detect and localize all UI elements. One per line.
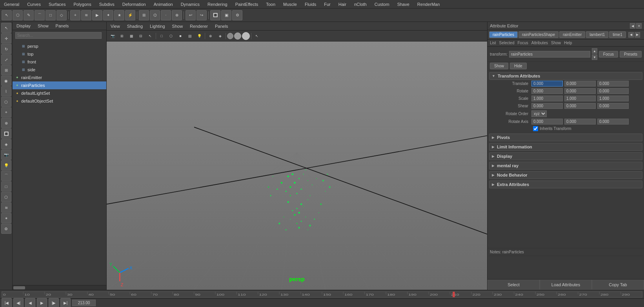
universal-manip-btn[interactable]: ⊞ bbox=[1, 65, 11, 75]
menu-muscle[interactable]: Muscle bbox=[279, 1, 301, 7]
tab-rainparticles[interactable]: rainParticles bbox=[489, 31, 518, 38]
tab-rainparticlesshape[interactable]: rainParticlesShape bbox=[518, 31, 558, 38]
select-button[interactable]: Select bbox=[488, 280, 540, 290]
menu-shave[interactable]: Shave bbox=[393, 1, 413, 7]
rotate-order-select[interactable]: xyz yzx zxy xzy bbox=[531, 110, 547, 117]
vp-cursor-btn[interactable]: ↖ bbox=[253, 32, 261, 40]
current-frame-input[interactable] bbox=[72, 300, 96, 306]
ipr-btn[interactable]: ▣ bbox=[221, 10, 231, 20]
hide-button[interactable]: Hide bbox=[510, 63, 527, 69]
rotate-x-input[interactable] bbox=[531, 88, 563, 94]
timeline-ruler[interactable]: 0 10 20 30 40 50 60 70 80 90 1 bbox=[2, 291, 642, 298]
menu-dynamics[interactable]: Dynamics bbox=[177, 1, 204, 7]
scale-btn[interactable]: ⤢ bbox=[1, 54, 11, 65]
vp-shading-btn[interactable]: □ bbox=[157, 32, 166, 40]
light-btn[interactable]: 💡 bbox=[1, 160, 11, 170]
render-current-btn[interactable]: 🔳 bbox=[210, 10, 220, 20]
menu-curves[interactable]: Curves bbox=[23, 1, 45, 7]
mentalray-header[interactable]: ▶ mental ray bbox=[489, 162, 642, 170]
select-btn[interactable]: ↖ bbox=[1, 23, 11, 33]
vp-tex-btn[interactable]: ▤ bbox=[186, 32, 194, 40]
presets-button[interactable]: Presets bbox=[620, 51, 642, 58]
outliner-menu-panels[interactable]: Panels bbox=[53, 23, 71, 29]
attr-close-btn[interactable]: ✕ bbox=[636, 23, 642, 29]
nodebehavior-header[interactable]: ▶ Node Behavior bbox=[489, 171, 642, 179]
vp-select-btn[interactable]: ↖ bbox=[146, 32, 155, 40]
poly-btn[interactable]: ◇ bbox=[56, 10, 67, 20]
focus-button[interactable]: Focus bbox=[599, 51, 618, 58]
vp-xray-btn[interactable]: ⊕ bbox=[206, 32, 215, 40]
extraattributes-header[interactable]: ▶ Extra Attributes bbox=[489, 181, 642, 188]
vp-menu-lighting[interactable]: Lighting bbox=[147, 23, 167, 29]
rotate-axis-z-input[interactable] bbox=[597, 119, 629, 125]
outliner-menu-display[interactable]: Display bbox=[14, 23, 33, 29]
tree-item-side[interactable]: ⊞ side bbox=[13, 66, 106, 74]
edit-snap-btn[interactable]: ⊕ bbox=[1, 118, 11, 128]
inherits-transform-checkbox[interactable] bbox=[533, 126, 538, 131]
polygon-btn[interactable]: ⬡ bbox=[1, 192, 11, 202]
anim-btn[interactable]: ▶ bbox=[92, 10, 102, 20]
menu-fur[interactable]: Fur bbox=[320, 1, 335, 7]
tabs-next-btn[interactable]: ▶ bbox=[635, 32, 640, 38]
menu-polygons[interactable]: Polygons bbox=[69, 1, 95, 7]
paint-select-btn[interactable]: ⬡ bbox=[1, 97, 11, 107]
rotate-axis-x-input[interactable] bbox=[531, 119, 563, 125]
tree-item-defaultobjectset[interactable]: ● defaultObjectSet bbox=[13, 97, 106, 105]
render-settings-btn[interactable]: ⚙ bbox=[232, 10, 242, 20]
menu-renderman[interactable]: RenderMan bbox=[413, 1, 444, 7]
outliner-scrollbar[interactable] bbox=[13, 285, 106, 290]
load-attributes-button[interactable]: Load Attributes bbox=[540, 280, 592, 290]
translate-x-input[interactable] bbox=[531, 81, 563, 87]
camera-btn[interactable]: 📷 bbox=[1, 150, 11, 160]
scale-z-input[interactable] bbox=[597, 96, 629, 101]
render-btn[interactable]: ✦ bbox=[103, 10, 113, 20]
vp-sphere3-btn[interactable] bbox=[242, 32, 250, 40]
tab-rainemitter[interactable]: rainEmitter bbox=[559, 31, 585, 38]
tree-item-rainparticles[interactable]: ✦ rainParticles bbox=[13, 81, 106, 89]
transform-value-input[interactable] bbox=[509, 51, 590, 58]
tree-item-defaultlightset[interactable]: ● defaultLightSet bbox=[13, 89, 106, 97]
snap-point-btn[interactable]: · bbox=[161, 10, 171, 20]
nav-selected[interactable]: Selected bbox=[499, 41, 515, 45]
skeleton-btn[interactable]: ✴ bbox=[1, 213, 11, 223]
vp-solid-btn[interactable]: ■ bbox=[176, 32, 185, 40]
menu-general[interactable]: General bbox=[0, 1, 23, 7]
rotate-y-input[interactable] bbox=[564, 88, 596, 94]
translate-z-input[interactable] bbox=[597, 81, 629, 87]
tab-lambert1[interactable]: lambert1 bbox=[586, 31, 608, 38]
lasso-select-btn[interactable]: ⌇ bbox=[1, 86, 11, 96]
vp-bar-btn[interactable]: ▦ bbox=[127, 32, 136, 40]
rotate-axis-y-input[interactable] bbox=[564, 119, 596, 125]
tree-item-rainemitter[interactable]: ✦ rainEmitter bbox=[13, 74, 106, 81]
menu-rendering[interactable]: Rendering bbox=[204, 1, 231, 7]
pivots-header[interactable]: ▶ Pivots bbox=[489, 134, 642, 141]
snap-btn[interactable]: ⌖ bbox=[1, 107, 11, 117]
fx-btn[interactable]: ★ bbox=[114, 10, 124, 20]
scale-x-input[interactable] bbox=[531, 96, 563, 101]
dyn-btn[interactable]: ⚡ bbox=[125, 10, 135, 20]
vp-menu-renderer[interactable]: Renderer bbox=[187, 23, 210, 29]
copy-tab-button[interactable]: Copy Tab bbox=[592, 280, 644, 290]
soft-select-btn[interactable]: ◉ bbox=[1, 76, 11, 86]
shader-btn[interactable]: ◈ bbox=[1, 139, 11, 149]
vp-sphere2-btn[interactable] bbox=[234, 33, 241, 40]
menu-ncloth[interactable]: nCloth bbox=[350, 1, 371, 7]
menu-surfaces[interactable]: Surfaces bbox=[45, 1, 69, 7]
outliner-scroll-thumb[interactable] bbox=[13, 286, 25, 289]
play-back-btn[interactable]: ◀ bbox=[25, 298, 35, 307]
lasso-tool-btn[interactable]: ⬡ bbox=[13, 10, 23, 20]
vp-grid-btn[interactable]: ⊟ bbox=[136, 32, 145, 40]
vp-light-btn[interactable]: 💡 bbox=[195, 32, 204, 40]
vp-menu-shading[interactable]: Shading bbox=[125, 23, 145, 29]
go-to-start-btn[interactable]: |◀ bbox=[2, 298, 12, 307]
surface-btn[interactable]: □ bbox=[45, 10, 56, 20]
history-redo-btn[interactable]: ↪ bbox=[196, 10, 207, 20]
history-btn[interactable]: ↩ bbox=[186, 10, 196, 20]
create-btn[interactable]: + bbox=[70, 10, 80, 20]
surface-btn-left[interactable]: □ bbox=[1, 181, 11, 191]
notes-area[interactable] bbox=[489, 256, 642, 279]
vp-bookmark-btn[interactable]: ⊞ bbox=[118, 32, 126, 40]
show-button[interactable]: Show bbox=[490, 63, 508, 69]
deform-btn[interactable]: ≋ bbox=[81, 10, 91, 20]
transform-attributes-header[interactable]: ▼ Transform Attributes bbox=[489, 72, 642, 80]
